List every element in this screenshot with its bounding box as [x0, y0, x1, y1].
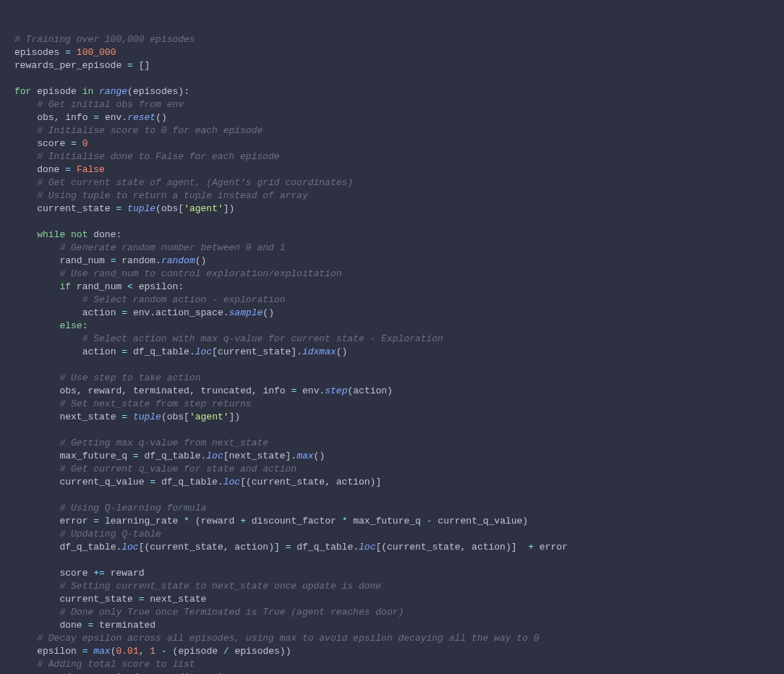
token: df_q_table	[297, 542, 353, 553]
token: next_state	[150, 594, 206, 605]
token: error	[59, 516, 88, 526]
comment: # Training over 100,000 episodes	[14, 34, 195, 45]
token: ,	[223, 542, 229, 553]
token: =	[286, 542, 291, 553]
token: []	[139, 60, 150, 71]
comment: # Using Q-learning formula	[59, 503, 206, 513]
comment: # Use step to take action	[59, 372, 200, 383]
token: )	[268, 307, 274, 318]
token: epsilon	[139, 281, 179, 292]
token: in	[82, 86, 94, 97]
token: =	[71, 138, 77, 149]
token: )	[178, 86, 184, 97]
token: info	[263, 385, 285, 396]
token: epsilon	[37, 646, 77, 657]
token: =	[133, 451, 139, 461]
token: .	[297, 346, 302, 357]
token: episodes	[14, 47, 59, 58]
token: learning_rate	[105, 516, 178, 526]
token: (	[246, 477, 252, 487]
token: :	[116, 229, 122, 240]
token: error	[540, 542, 568, 553]
token: )	[268, 542, 274, 553]
token: current_state	[150, 542, 223, 553]
token: sample	[229, 307, 263, 318]
token: (	[195, 255, 201, 266]
token: done	[93, 229, 116, 240]
token: reward	[88, 385, 122, 396]
token: if	[59, 281, 71, 292]
token: action	[353, 385, 387, 396]
token: =	[93, 516, 99, 526]
token: next_state	[229, 451, 286, 461]
token: .	[353, 542, 359, 553]
token: for	[14, 86, 31, 97]
token: =	[127, 60, 133, 71]
token: )	[286, 646, 291, 657]
token: ,	[460, 542, 466, 553]
token: obs	[37, 112, 54, 123]
token: .	[150, 307, 155, 318]
token: 'agent'	[189, 411, 229, 422]
token: (	[336, 346, 342, 357]
token: =	[122, 307, 127, 318]
token: episodes	[234, 646, 279, 657]
token: rand_num	[59, 255, 104, 266]
comment: # Select action with max q-value for cur…	[82, 333, 443, 344]
comment: # Initialise done to False for each epis…	[37, 151, 279, 162]
token: (	[161, 411, 167, 422]
token: score	[59, 568, 88, 579]
token: =	[111, 255, 116, 266]
token: )	[506, 542, 511, 553]
token: :	[178, 281, 184, 292]
token: [	[240, 477, 246, 487]
code-block: # Training over 100,000 episodes episode…	[14, 33, 770, 674]
comment: # Adding total score to list	[37, 659, 195, 670]
token: action	[234, 542, 268, 553]
token: action_space	[155, 307, 223, 318]
token: obs	[167, 411, 184, 422]
token: 'agent'	[184, 203, 223, 214]
token: action	[336, 477, 370, 487]
token: (	[155, 112, 161, 123]
token: ,	[252, 385, 257, 396]
token: 0.01	[116, 646, 138, 657]
token: )	[319, 451, 325, 461]
token: tuple	[133, 411, 161, 422]
token: tuple	[127, 203, 155, 214]
token: =	[150, 477, 155, 487]
comment: # Using tuple to return a tuple instead …	[37, 190, 307, 201]
token: env	[133, 307, 150, 318]
token: (	[381, 542, 387, 553]
token: =	[65, 47, 71, 58]
token: max	[93, 646, 110, 657]
comment: # Done only True once Terminated is True…	[59, 607, 404, 618]
token: current_q_value	[438, 516, 522, 526]
token: ,	[122, 385, 127, 396]
token: )	[522, 516, 528, 526]
token: current_q_value	[59, 477, 144, 487]
token: =	[88, 620, 93, 631]
token: ,	[189, 385, 195, 396]
token: df_q_table	[144, 451, 200, 461]
token: not	[71, 229, 88, 240]
token: loc	[122, 542, 138, 553]
token: reward	[111, 568, 145, 579]
comment: # Updating Q-table	[59, 529, 161, 539]
token: ]	[511, 542, 517, 553]
token: ]	[375, 477, 381, 487]
token: rand_num	[77, 281, 122, 292]
token: range	[99, 86, 127, 97]
comment: # Select random action - exploration	[82, 294, 286, 305]
token: loc	[206, 451, 223, 461]
token: max_future_q	[59, 451, 127, 461]
token: )	[161, 112, 167, 123]
comment: # Get initial obs from env	[37, 99, 184, 110]
token: step	[325, 385, 347, 396]
token: .	[218, 477, 223, 487]
token: [	[223, 451, 229, 461]
token: 1	[150, 646, 155, 657]
token: loc	[359, 542, 375, 553]
token: [	[184, 411, 189, 422]
token: -	[161, 646, 167, 657]
